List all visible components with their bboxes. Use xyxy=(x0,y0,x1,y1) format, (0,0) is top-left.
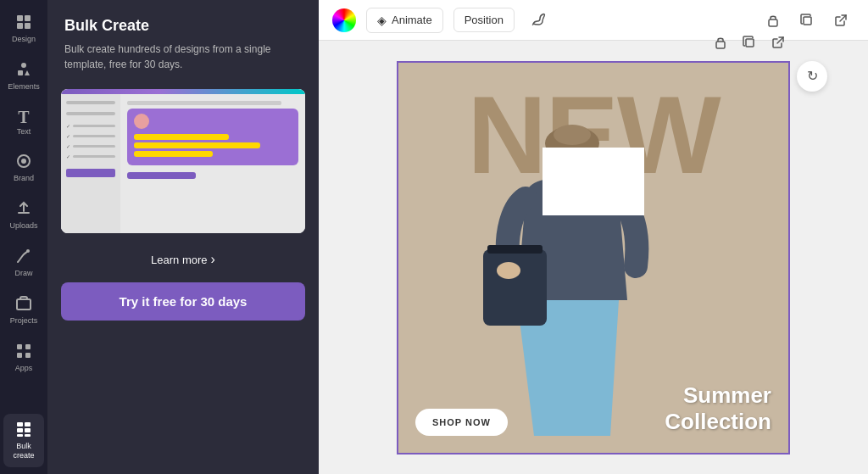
sidebar-item-projects-label: Projects xyxy=(10,316,38,326)
duplicate-icon-button[interactable] xyxy=(793,7,821,34)
panel-description: Bulk create hundreds of designs from a s… xyxy=(64,42,302,72)
canvas-refresh-button[interactable]: ↻ xyxy=(797,61,827,92)
sidebar-item-elements[interactable]: Elements xyxy=(3,54,44,98)
design-icon xyxy=(15,14,32,33)
svg-point-27 xyxy=(554,125,591,145)
canvas-bottom-section: SHOP NOW Summer Collection xyxy=(398,334,788,453)
sidebar-item-text[interactable]: T Text xyxy=(3,102,44,143)
shop-now-button[interactable]: SHOP NOW xyxy=(415,409,508,436)
preview-avatar xyxy=(134,114,149,129)
svg-point-8 xyxy=(21,159,26,164)
svg-rect-10 xyxy=(17,299,31,309)
sidebar-item-brand[interactable]: Brand xyxy=(3,146,44,190)
preview-sidebar-item: ✓ xyxy=(66,153,115,159)
canvas-share-icon[interactable] xyxy=(766,31,790,54)
sidebar-item-draw-label: Draw xyxy=(14,269,32,278)
svg-rect-5 xyxy=(18,70,23,75)
sidebar-item-apps[interactable]: Apps xyxy=(3,336,44,380)
elements-icon xyxy=(15,61,32,81)
panel-title: Bulk Create xyxy=(64,17,302,35)
svg-rect-24 xyxy=(746,39,754,47)
panel: Bulk Create Bulk create hundreds of desi… xyxy=(47,0,319,474)
position-button[interactable]: Position xyxy=(453,8,515,32)
preview-yellow-bars xyxy=(134,134,292,157)
svg-point-9 xyxy=(26,249,30,253)
preview-main xyxy=(120,94,305,233)
brand-icon xyxy=(15,153,32,172)
svg-rect-21 xyxy=(769,20,777,26)
svg-rect-23 xyxy=(716,42,725,48)
preview-purple-box xyxy=(127,109,298,165)
canvas-copy-icon[interactable] xyxy=(737,31,761,54)
projects-icon xyxy=(15,295,32,315)
preview-top-line xyxy=(127,101,281,105)
svg-rect-12 xyxy=(25,344,31,349)
svg-rect-1 xyxy=(25,15,31,21)
learn-more-label: Learn more xyxy=(151,254,207,266)
canvas-white-rect xyxy=(542,148,644,215)
paint-icon xyxy=(531,11,546,30)
uploads-icon xyxy=(15,200,32,220)
text-icon: T xyxy=(18,109,29,125)
sidebar: Design Elements T Text Brand xyxy=(0,0,47,474)
refresh-icon: ↻ xyxy=(807,68,818,84)
svg-rect-2 xyxy=(17,23,23,29)
panel-preview: ✓ ✓ ✓ ✓ xyxy=(61,89,305,233)
svg-rect-11 xyxy=(17,344,22,349)
svg-rect-16 xyxy=(25,422,31,427)
learn-more-link[interactable]: Learn more › xyxy=(47,243,319,276)
sidebar-item-text-label: Text xyxy=(17,127,31,137)
preview-sidebar-item: ✓ xyxy=(66,123,115,129)
canvas-wrapper: NEW xyxy=(397,61,790,454)
position-label: Position xyxy=(465,14,504,26)
canvas[interactable]: NEW xyxy=(398,63,788,453)
preview-sidebar-item: ✓ xyxy=(66,133,115,139)
sidebar-item-projects[interactable]: Projects xyxy=(3,288,44,332)
sidebar-item-brand-label: Brand xyxy=(14,174,34,183)
bulk-create-icon xyxy=(15,421,32,440)
canvas-lock-icon[interactable] xyxy=(709,31,732,54)
sidebar-item-elements-label: Elements xyxy=(8,82,40,92)
animate-icon: ◈ xyxy=(377,14,387,27)
svg-rect-13 xyxy=(17,353,22,358)
paint-brush-button[interactable] xyxy=(525,7,552,34)
main-area: ◈ Animate Position xyxy=(319,0,868,474)
svg-rect-15 xyxy=(17,422,23,427)
animate-label: Animate xyxy=(392,14,432,26)
svg-rect-22 xyxy=(804,17,811,25)
svg-rect-29 xyxy=(487,245,542,254)
apps-icon xyxy=(15,343,32,362)
sidebar-item-apps-label: Apps xyxy=(15,364,33,373)
draw-icon xyxy=(15,248,32,267)
svg-rect-20 xyxy=(25,434,31,437)
svg-marker-6 xyxy=(25,70,30,75)
summer-collection-text: Summer Collection xyxy=(665,382,771,435)
sidebar-item-uploads[interactable]: Uploads xyxy=(3,193,44,237)
svg-point-30 xyxy=(497,262,520,279)
svg-rect-0 xyxy=(17,15,23,21)
preview-sidebar: ✓ ✓ ✓ ✓ xyxy=(61,94,120,233)
preview-body: ✓ ✓ ✓ ✓ xyxy=(61,94,305,233)
sidebar-item-draw[interactable]: Draw xyxy=(3,241,44,285)
try-free-button[interactable]: Try it free for 30 days xyxy=(61,282,305,321)
svg-rect-14 xyxy=(25,353,31,358)
canvas-container: NEW xyxy=(319,41,868,474)
svg-rect-17 xyxy=(17,428,23,432)
svg-point-4 xyxy=(21,63,26,68)
preview-bottom-bar xyxy=(127,172,196,179)
sidebar-item-bulk-create[interactable]: Bulk create xyxy=(3,414,44,467)
sidebar-item-design[interactable]: Design xyxy=(3,7,44,51)
share-icon-button[interactable] xyxy=(827,7,854,34)
panel-header: Bulk Create Bulk create hundreds of desi… xyxy=(47,0,319,79)
sidebar-item-uploads-label: Uploads xyxy=(9,221,37,231)
canvas-corner-icons xyxy=(709,31,790,54)
svg-rect-19 xyxy=(17,434,23,437)
svg-rect-3 xyxy=(25,23,31,29)
canva-logo[interactable] xyxy=(332,8,356,32)
svg-rect-18 xyxy=(25,428,31,432)
sidebar-item-bulk-create-label: Bulk create xyxy=(7,442,41,460)
chevron-right-icon: › xyxy=(211,252,215,267)
canvas-border: NEW xyxy=(397,61,790,454)
preview-sidebar-item: ✓ xyxy=(66,143,115,149)
animate-button[interactable]: ◈ Animate xyxy=(366,8,443,33)
